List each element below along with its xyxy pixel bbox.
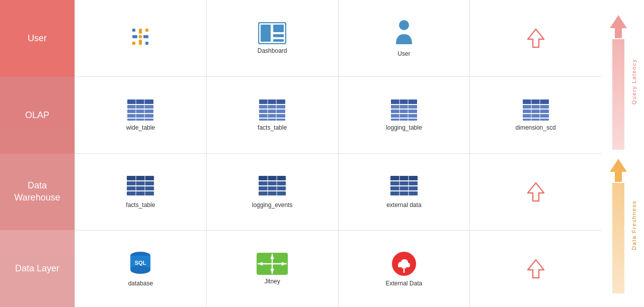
- svg-rect-39: [523, 110, 549, 113]
- main-container: User OLAP DataWarehouse Data Layer: [0, 0, 644, 307]
- svg-point-65: [130, 266, 150, 274]
- side-arrows: Query Latency Data Freshness: [601, 0, 644, 307]
- svg-rect-33: [391, 114, 417, 118]
- svg-rect-30: [391, 99, 417, 104]
- row-label-user: User: [0, 0, 74, 77]
- svg-rect-5: [132, 29, 135, 32]
- cell-external-data-dw: external data: [339, 154, 470, 230]
- query-latency-arrow: [609, 14, 628, 150]
- svg-rect-18: [127, 110, 153, 113]
- query-latency-group: Query Latency: [609, 14, 637, 150]
- facts-table-dw-label: facts_table: [126, 201, 155, 209]
- cell-logging-table: logging_table: [339, 77, 470, 153]
- svg-rect-4: [143, 35, 148, 38]
- svg-rect-45: [127, 181, 154, 185]
- facts-table-icon: [259, 99, 286, 121]
- dimension-scd-label: dimension_scd: [516, 124, 556, 131]
- external-data-dw-icon: [390, 175, 418, 198]
- cell-dimension-scd: dimension_scd: [470, 77, 601, 153]
- cell-arrow-dl: [470, 231, 601, 307]
- svg-rect-16: [127, 99, 153, 104]
- cell-arrow-dw: [470, 154, 601, 230]
- svg-rect-37: [523, 99, 549, 104]
- dashboard-label: Dashboard: [258, 47, 287, 54]
- svg-rect-38: [523, 105, 549, 109]
- wide-table-label: wide_table: [126, 124, 155, 131]
- row-label-olap: OLAP: [0, 77, 74, 154]
- svg-rect-47: [127, 191, 154, 195]
- cell-facts-table: facts_table: [207, 77, 339, 153]
- tableau-icon: [126, 23, 154, 51]
- external-data-dl-icon: [391, 251, 417, 277]
- cell-logging-events: logging_events: [207, 154, 339, 230]
- sql-icon: SQL: [127, 251, 153, 277]
- svg-rect-6: [145, 29, 148, 32]
- svg-rect-12: [273, 34, 284, 37]
- svg-rect-27: [259, 119, 285, 121]
- database-label: database: [128, 280, 153, 287]
- svg-rect-44: [127, 176, 154, 180]
- cell-database: SQL database: [75, 231, 207, 307]
- row-dw: facts_table logging_events: [75, 154, 601, 231]
- user-icon: [395, 19, 413, 47]
- svg-rect-11: [273, 25, 284, 32]
- grid-area: Dashboard User: [74, 0, 601, 307]
- jitney-icon: [257, 253, 288, 275]
- svg-marker-62: [528, 183, 544, 201]
- logging-events-label: logging_events: [252, 201, 293, 209]
- cell-wide-table: wide_table: [75, 77, 207, 153]
- svg-rect-17: [127, 105, 153, 109]
- svg-rect-7: [132, 42, 135, 45]
- svg-marker-79: [610, 159, 627, 182]
- row-dl: SQL database: [75, 231, 601, 307]
- dl-label: Data Layer: [15, 263, 59, 274]
- cell-jitney: Jitney: [207, 231, 339, 307]
- svg-marker-77: [528, 260, 544, 278]
- logging-events-icon: [258, 175, 286, 198]
- row-user: Dashboard User: [75, 0, 601, 77]
- cell-external-data-dl: External Data: [339, 231, 470, 307]
- wide-table-icon: [127, 99, 154, 121]
- svg-rect-1: [139, 29, 142, 34]
- dimension-scd-icon: [522, 99, 549, 121]
- svg-rect-0: [139, 35, 142, 38]
- svg-rect-32: [391, 110, 417, 113]
- cell-facts-table-dw: facts_table: [75, 154, 207, 230]
- svg-rect-3: [132, 35, 137, 38]
- svg-rect-56: [390, 176, 418, 180]
- svg-rect-50: [259, 176, 286, 180]
- svg-rect-26: [259, 114, 285, 118]
- svg-rect-2: [139, 40, 142, 45]
- svg-rect-10: [261, 25, 271, 42]
- row-label-dw: DataWarehouse: [0, 154, 74, 231]
- svg-rect-20: [127, 119, 153, 121]
- svg-rect-31: [391, 105, 417, 109]
- svg-rect-13: [273, 39, 284, 42]
- user-label-cell: User: [397, 50, 410, 57]
- svg-rect-40: [523, 114, 549, 118]
- dashboard-icon: [258, 22, 286, 44]
- svg-marker-78: [610, 15, 627, 38]
- facts-table-label: facts_table: [258, 124, 287, 131]
- svg-rect-41: [523, 119, 549, 121]
- svg-rect-19: [127, 114, 153, 118]
- label-column: User OLAP DataWarehouse Data Layer: [0, 0, 74, 307]
- jitney-label: Jitney: [264, 278, 280, 285]
- svg-marker-15: [528, 29, 544, 47]
- svg-rect-57: [390, 181, 418, 185]
- external-data-dl-label: External Data: [386, 280, 423, 287]
- svg-rect-53: [259, 191, 286, 195]
- svg-rect-52: [259, 186, 286, 190]
- logging-table-icon: [390, 99, 418, 121]
- olap-label: OLAP: [25, 110, 49, 121]
- svg-rect-24: [259, 105, 285, 109]
- data-freshness-group: Data Freshness: [609, 158, 637, 293]
- row-olap: wide_table facts_table: [75, 77, 601, 154]
- svg-rect-51: [259, 181, 286, 185]
- facts-table-dw-icon: [126, 175, 154, 198]
- cell-user: User: [339, 0, 470, 76]
- dw-label: DataWarehouse: [14, 180, 60, 203]
- svg-rect-58: [390, 186, 418, 190]
- svg-rect-23: [259, 99, 285, 104]
- user-label: User: [28, 33, 47, 44]
